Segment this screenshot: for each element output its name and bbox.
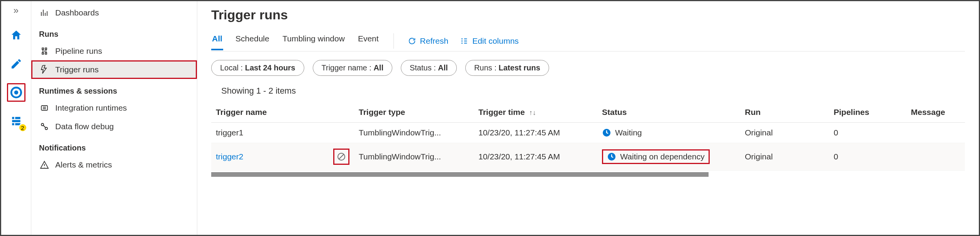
monitor-icon <box>9 86 23 99</box>
sidebar-item-integration-runtimes[interactable]: Integration runtimes <box>31 99 197 117</box>
sidebar-item-trigger-runs[interactable]: Trigger runs <box>31 60 197 79</box>
sidebar-item-label: Dashboards <box>55 8 99 17</box>
svg-rect-3 <box>41 106 47 110</box>
horizontal-scrollbar[interactable] <box>211 172 709 177</box>
sidebar-item-dashboards[interactable]: Dashboards <box>31 3 197 22</box>
sidebar-heading-runtimes: Runtimes & sessions <box>31 79 197 99</box>
cell-trigger-type: TumblingWindowTrig... <box>354 143 474 171</box>
data-flow-debug-icon <box>39 122 50 131</box>
filter-trigger-name[interactable]: Trigger name : All <box>313 60 392 76</box>
sidebar-item-label: Trigger runs <box>55 65 98 74</box>
filter-time-range[interactable]: Local : Last 24 hours <box>211 60 304 76</box>
svg-point-2 <box>14 91 18 95</box>
cell-pipelines: 0 <box>829 123 906 143</box>
edit-columns-button[interactable]: Edit columns <box>460 36 519 46</box>
sidebar: Dashboards Runs Pipeline runs Trigger ru… <box>31 1 197 235</box>
sort-icon: ↑↓ <box>527 109 536 116</box>
col-status[interactable]: Status <box>597 102 740 123</box>
cell-run: Original <box>740 123 829 143</box>
sidebar-item-pipeline-runs[interactable]: Pipeline runs <box>31 42 197 60</box>
waiting-icon <box>602 128 611 137</box>
tab-tumbling-window[interactable]: Tumbling window <box>281 32 345 50</box>
rail-home[interactable] <box>7 26 25 44</box>
sidebar-item-label: Alerts & metrics <box>55 160 112 169</box>
col-message[interactable]: Message <box>906 102 965 123</box>
table-row[interactable]: trigger1 TumblingWindowTrig... 10/23/20,… <box>211 123 965 143</box>
filter-bar: Local : Last 24 hours Trigger name : All… <box>211 60 965 76</box>
cell-status: Waiting <box>597 123 740 143</box>
sidebar-item-alerts-metrics[interactable]: Alerts & metrics <box>31 156 197 174</box>
cancel-icon <box>337 152 346 161</box>
results-table: Trigger name Trigger type Trigger time ↑… <box>211 102 965 171</box>
trigger-runs-icon <box>39 65 50 74</box>
sidebar-item-label: Pipeline runs <box>55 46 102 56</box>
cell-run: Original <box>740 143 829 171</box>
col-pipelines[interactable]: Pipelines <box>829 102 906 123</box>
sidebar-heading-runs: Runs <box>31 22 197 42</box>
pipeline-runs-icon <box>39 46 50 56</box>
cell-trigger-name: trigger2 <box>211 143 354 171</box>
cell-trigger-time: 10/23/20, 11:27:45 AM <box>474 143 597 171</box>
cell-status: Waiting on dependency <box>597 143 740 171</box>
main-content: Trigger runs All Schedule Tumbling windo… <box>197 1 979 235</box>
rail-manage-badge: 2 <box>19 123 27 132</box>
toolbar-separator <box>393 33 394 49</box>
cell-trigger-type: TumblingWindowTrig... <box>354 123 474 143</box>
col-run[interactable]: Run <box>740 102 829 123</box>
sidebar-item-label: Integration runtimes <box>55 103 127 113</box>
cancel-action-button[interactable] <box>333 149 349 165</box>
alerts-metrics-icon <box>39 160 50 169</box>
left-rail: » 2 <box>1 1 31 235</box>
col-trigger-time[interactable]: Trigger time ↑↓ <box>474 102 597 123</box>
cell-trigger-time: 10/23/20, 11:27:45 AM <box>474 123 597 143</box>
rail-author[interactable] <box>7 55 25 73</box>
trigger-name-link[interactable]: trigger2 <box>216 152 243 161</box>
expand-rail-icon[interactable]: » <box>14 5 19 16</box>
rail-monitor[interactable] <box>7 83 25 102</box>
filter-status[interactable]: Status : All <box>401 60 457 76</box>
edit-columns-label: Edit columns <box>472 36 519 46</box>
sidebar-heading-notifications: Notifications <box>31 136 197 156</box>
table-header-row: Trigger name Trigger type Trigger time ↑… <box>211 102 965 123</box>
filter-runs[interactable]: Runs : Latest runs <box>465 60 549 76</box>
integration-runtimes-icon <box>39 103 50 113</box>
home-icon <box>10 29 22 41</box>
col-trigger-type[interactable]: Trigger type <box>354 102 474 123</box>
toolbar: All Schedule Tumbling window Event Refre… <box>211 32 965 51</box>
cell-pipelines: 0 <box>829 143 906 171</box>
page-title: Trigger runs <box>211 7 965 22</box>
table-row[interactable]: trigger2 TumblingWindowTrig... 10/23/20,… <box>211 143 965 171</box>
rail-manage[interactable]: 2 <box>7 112 25 130</box>
col-trigger-name[interactable]: Trigger name <box>211 102 354 123</box>
svg-line-8 <box>339 154 344 159</box>
cell-message <box>906 123 965 143</box>
cell-message <box>906 143 965 171</box>
refresh-label: Refresh <box>420 36 449 46</box>
tab-schedule[interactable]: Schedule <box>235 32 270 50</box>
refresh-button[interactable]: Refresh <box>408 36 449 46</box>
author-icon <box>10 58 22 70</box>
sidebar-item-label: Data flow debug <box>55 122 114 131</box>
cell-trigger-name: trigger1 <box>211 123 354 143</box>
result-count: Showing 1 - 2 items <box>211 86 965 102</box>
tabs: All Schedule Tumbling window Event <box>211 32 380 50</box>
dashboards-icon <box>39 8 50 17</box>
sidebar-item-data-flow-debug[interactable]: Data flow debug <box>31 117 197 136</box>
edit-columns-icon <box>460 37 468 45</box>
tab-all[interactable]: All <box>211 32 223 50</box>
tab-event[interactable]: Event <box>357 32 380 50</box>
refresh-icon <box>408 37 416 45</box>
waiting-icon <box>607 152 616 161</box>
